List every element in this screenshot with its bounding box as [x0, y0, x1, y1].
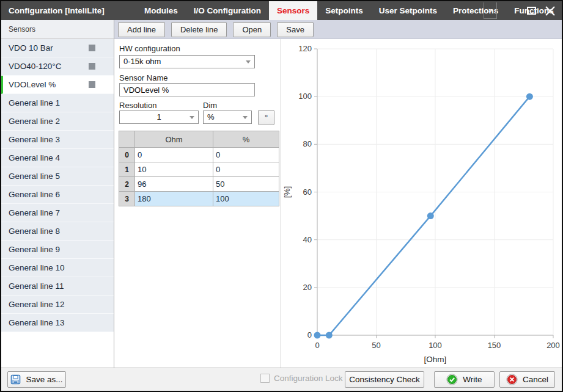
sidebar-item-label: General line 2 [9, 117, 60, 126]
consistency-check-label: Consistency Check [349, 375, 420, 384]
sidebar-item-general-line-4[interactable]: General line 4 [1, 149, 114, 167]
cancel-label: Cancel [523, 375, 548, 384]
chevron-down-icon [246, 60, 251, 64]
sidebar-item-vdolevel[interactable]: VDOLevel % [1, 76, 114, 94]
title-bar: Configuration [InteliLite] ModulesI/O Co… [1, 1, 562, 20]
sidebar-item-general-line-13[interactable]: General line 13 [1, 314, 114, 332]
sidebar-item-label: General line 1 [9, 98, 60, 107]
cancel-button[interactable]: Cancel [499, 371, 555, 388]
red-x-icon [506, 374, 518, 385]
sensor-name-label: Sensor Name [119, 73, 167, 82]
sidebar-item-general-line-6[interactable]: General line 6 [1, 186, 114, 204]
calibration-points-table: Ohm%0001100296503180100 [119, 131, 279, 206]
sidebar-item-general-line-5[interactable]: General line 5 [1, 167, 114, 186]
hw-configuration-select[interactable]: 0-15k ohm [119, 55, 255, 68]
sidebar-item-general-line-1[interactable]: General line 1 [1, 94, 114, 112]
tab-setpoints[interactable]: Setpoints [317, 1, 371, 20]
cell-pct[interactable]: 0 [213, 162, 279, 177]
sidebar-item-label: General line 3 [9, 135, 60, 144]
sensor-name-input[interactable] [119, 83, 255, 96]
row-index: 0 [119, 148, 135, 162]
cell-pct[interactable]: 0 [213, 148, 279, 162]
x-tick-label: 150 [488, 341, 501, 350]
y-tick-label: 0 [307, 330, 312, 339]
sidebar-item-general-line-3[interactable]: General line 3 [1, 131, 114, 149]
data-point [427, 212, 434, 219]
save-button[interactable]: Save [277, 22, 314, 37]
window-controls: > [484, 1, 556, 20]
sidebar-item-label: General line 8 [9, 227, 60, 236]
data-point [326, 332, 333, 339]
degree-symbol-button[interactable]: ° [258, 110, 274, 125]
delete-line-button[interactable]: Delete line [171, 22, 227, 37]
configuration-lock-checkbox[interactable] [260, 374, 270, 383]
y-tick-label: 40 [303, 235, 312, 244]
sidebar-item-general-line-7[interactable]: General line 7 [1, 204, 114, 222]
cell-ohm[interactable]: 10 [135, 162, 213, 177]
toolbar: Add lineDelete lineOpenSave [114, 20, 562, 39]
consistency-check-button[interactable]: Consistency Check [345, 371, 424, 388]
maximize-icon[interactable] [526, 6, 537, 16]
cell-ohm[interactable]: 0 [135, 148, 213, 162]
cell-ohm[interactable]: 180 [135, 192, 213, 206]
add-line-button[interactable]: Add line [118, 22, 165, 37]
table-row: 1100 [119, 162, 279, 177]
column-header-: % [213, 131, 279, 148]
sidebar-item-general-line-9[interactable]: General line 9 [1, 241, 114, 259]
column-header-ohm: Ohm [135, 131, 213, 148]
sidebar-item-label: General line 13 [9, 318, 65, 327]
y-tick-label: 120 [298, 44, 312, 53]
sidebar-item-label: General line 4 [9, 153, 60, 162]
resolution-value: 1 [156, 112, 161, 122]
chevron-down-icon [190, 116, 194, 119]
footer-bar: Save as... Configuration Lock Consistenc… [1, 368, 562, 391]
sidebar-item-general-line-11[interactable]: General line 11 [1, 277, 114, 296]
data-point [314, 332, 321, 339]
hw-configuration-value: 0-15k ohm [123, 57, 161, 66]
tab-sensors[interactable]: Sensors [269, 1, 317, 20]
sidebar-item-vdo40-120-c[interactable]: VDO40-120°C [1, 57, 114, 76]
x-tick-label: 50 [372, 341, 380, 350]
sidebar-item-general-line-10[interactable]: General line 10 [1, 259, 114, 277]
resolution-select[interactable]: 1 [119, 111, 199, 124]
tab-modules[interactable]: Modules [136, 1, 186, 20]
save-as-label: Save as... [26, 375, 62, 384]
write-label: Write [463, 375, 482, 384]
sensor-status-square-icon [89, 81, 95, 88]
tab-overflow-button[interactable]: > [484, 2, 497, 19]
resolution-label: Resolution [119, 101, 156, 110]
sidebar-item-label: VDO40-120°C [9, 62, 61, 71]
sidebar-item-general-line-8[interactable]: General line 8 [1, 222, 114, 241]
sidebar-item-general-line-2[interactable]: General line 2 [1, 112, 114, 131]
table-row: 3180100 [119, 192, 279, 206]
y-tick-label: 80 [303, 139, 312, 148]
sensor-curve-line [317, 96, 529, 335]
app-window: Configuration [InteliLite] ModulesI/O Co… [0, 0, 563, 392]
floppy-disk-icon [10, 374, 21, 385]
save-as-button[interactable]: Save as... [7, 371, 66, 388]
table-row: 000 [119, 148, 279, 162]
write-button[interactable]: Write [434, 371, 495, 388]
tab-user-setpoints[interactable]: User Setpoints [371, 1, 445, 20]
dim-select[interactable]: % [203, 111, 252, 124]
sidebar-item-label: VDOLevel % [9, 80, 56, 89]
sensors-list: VDO 10 BarVDO40-120°CVDOLevel %General l… [1, 39, 114, 368]
y-tick-label: 60 [303, 187, 312, 197]
configuration-lock-control: Configuration Lock [260, 374, 343, 383]
cell-pct[interactable]: 100 [213, 192, 279, 206]
close-icon[interactable] [545, 5, 556, 16]
index-column-header [119, 131, 135, 148]
sidebar-item-vdo-10-bar[interactable]: VDO 10 Bar [1, 39, 114, 57]
hw-configuration-label: HW configuration [119, 44, 180, 53]
cell-ohm[interactable]: 96 [135, 177, 213, 192]
row-index: 1 [119, 162, 135, 177]
green-check-icon [446, 374, 458, 385]
tab-i-o-configuration[interactable]: I/O Configuration [186, 1, 269, 20]
sidebar-item-general-line-12[interactable]: General line 12 [1, 296, 114, 314]
cell-pct[interactable]: 50 [213, 177, 279, 192]
x-tick-label: 200 [546, 341, 560, 350]
window-title: Configuration [InteliLite] [9, 1, 105, 20]
table-row: 29650 [119, 177, 279, 192]
dim-label: Dim [203, 101, 217, 110]
open-button[interactable]: Open [233, 22, 271, 37]
